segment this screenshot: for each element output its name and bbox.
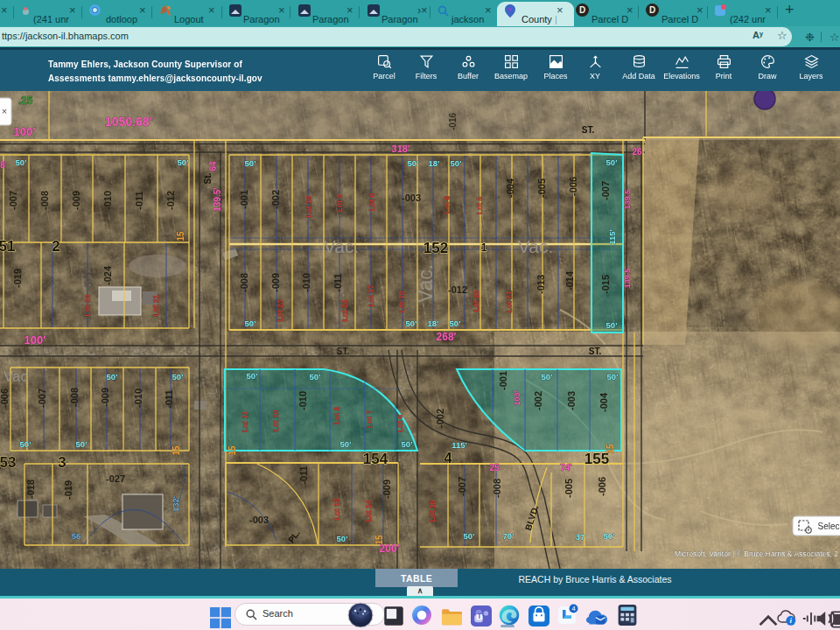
svg-text:4: 4 [444, 450, 452, 466]
svg-text:-008: -008 [69, 388, 80, 407]
svg-text:Microsoft, Vantor | © Bruce Ha: Microsoft, Vantor | © Bruce Harris & Ass… [675, 550, 838, 558]
svg-text:Lot 6: Lot 6 [396, 415, 404, 433]
svg-text:25: 25 [489, 463, 500, 472]
svg-text:1050.68': 1050.68' [105, 115, 152, 129]
svg-text:Lot 18: Lot 18 [397, 290, 406, 312]
svg-text:-006: -006 [597, 477, 607, 496]
svg-text:-006: -006 [568, 177, 578, 196]
svg-text:-014: -014 [564, 270, 575, 290]
svg-text:-018: -018 [25, 480, 36, 499]
svg-text:-010: -010 [298, 391, 308, 410]
svg-text:50': 50' [340, 439, 352, 449]
svg-text:70': 70' [503, 531, 514, 541]
svg-text:139.5: 139.5 [623, 269, 632, 289]
svg-text:Lot 6: Lot 6 [443, 196, 452, 214]
svg-text:50': 50' [406, 318, 417, 328]
svg-text:2: 2 [52, 238, 60, 255]
svg-text:Lot 9: Lot 9 [335, 194, 344, 213]
svg-text:103': 103' [513, 390, 522, 405]
svg-text:Vac.: Vac. [324, 236, 359, 256]
svg-text:-002: -002 [435, 409, 445, 428]
svg-text:100': 100' [24, 333, 46, 346]
svg-text:50': 50' [542, 372, 553, 382]
svg-text:-013: -013 [536, 275, 546, 294]
svg-text:-019: -019 [63, 480, 74, 500]
svg-text:Selec: Selec [817, 522, 839, 531]
svg-text:268': 268' [437, 331, 457, 343]
svg-text:53: 53 [0, 454, 16, 471]
svg-text:37: 37 [576, 532, 585, 542]
svg-text:50': 50' [464, 531, 475, 541]
svg-text:-008: -008 [239, 273, 249, 292]
svg-text:139.5': 139.5' [213, 187, 222, 211]
svg-text:50': 50' [172, 372, 184, 382]
svg-text:154: 154 [363, 451, 388, 467]
svg-text:Lot 10: Lot 10 [271, 410, 280, 431]
svg-text:-007: -007 [600, 181, 611, 200]
svg-text:-007: -007 [8, 191, 18, 210]
svg-text:115': 115' [452, 440, 467, 450]
svg-text:74': 74' [560, 463, 572, 472]
svg-text:-012: -012 [448, 284, 467, 295]
svg-text:50': 50' [107, 372, 118, 382]
svg-text:50': 50' [606, 320, 618, 330]
svg-text:Lot 16: Lot 16 [428, 500, 437, 522]
svg-text:ST.: ST. [582, 125, 595, 135]
svg-text:-024: -024 [102, 265, 113, 285]
svg-text:-002: -002 [533, 391, 543, 410]
svg-text:-009: -009 [382, 480, 392, 499]
svg-text:-010: -010 [133, 388, 144, 408]
svg-text:-001: -001 [498, 371, 508, 390]
svg-text:115': 115' [607, 229, 617, 245]
svg-text:1: 1 [481, 242, 487, 254]
svg-text:Lot 5: Lot 5 [475, 197, 484, 215]
svg-text:3: 3 [58, 454, 66, 471]
svg-text:50': 50' [450, 318, 461, 328]
svg-text:-007: -007 [457, 477, 467, 496]
svg-text:Lot 21: Lot 21 [505, 290, 514, 312]
svg-text:-007: -007 [37, 388, 47, 408]
svg-text:-016: -016 [448, 113, 458, 130]
svg-text:50': 50' [451, 158, 462, 168]
svg-text:18': 18' [428, 318, 439, 328]
svg-text:4: 4 [571, 605, 575, 612]
svg-text:ST.: ST. [337, 346, 350, 356]
svg-text:ST.: ST. [589, 346, 602, 356]
svg-text:Lot 23: Lot 23 [276, 299, 284, 321]
svg-text:-009: -009 [100, 388, 110, 407]
svg-text:Lot 24: Lot 24 [340, 299, 349, 321]
svg-text:Lot 8: Lot 8 [368, 193, 376, 212]
svg-text:50': 50' [247, 371, 258, 381]
svg-text:8: 8 [0, 160, 5, 170]
svg-text:-001: -001 [239, 190, 249, 209]
svg-text:50': 50' [606, 158, 618, 167]
svg-text:26: 26 [632, 147, 642, 157]
svg-text:50': 50' [337, 534, 348, 543]
svg-text:15: 15 [172, 445, 181, 456]
svg-text:-015: -015 [600, 275, 611, 294]
svg-text:-012: -012 [165, 191, 176, 210]
svg-text:-010: -010 [102, 191, 113, 210]
svg-text:-005: -005 [564, 479, 574, 498]
svg-text:15: 15 [374, 535, 384, 545]
svg-text:50': 50' [245, 318, 256, 328]
svg-text:50': 50' [310, 372, 321, 382]
svg-text:Vac.: Vac. [414, 264, 437, 303]
svg-text:Lot 19: Lot 19 [304, 195, 313, 217]
svg-text:Lot 14: Lot 14 [364, 500, 373, 522]
svg-text:56: 56 [72, 531, 81, 541]
svg-text:318': 318' [392, 144, 410, 154]
svg-text:50': 50' [408, 158, 419, 168]
svg-text:50': 50' [76, 439, 88, 449]
svg-text:-005: -005 [536, 178, 547, 198]
svg-text:50': 50' [607, 372, 619, 382]
svg-text:×: × [2, 106, 7, 116]
svg-text:-003: -003 [402, 192, 421, 203]
svg-text:18': 18' [429, 158, 440, 168]
svg-text:-008: -008 [492, 479, 502, 498]
svg-text:15: 15 [176, 231, 186, 242]
svg-text:Lot 17: Lot 17 [367, 284, 375, 306]
svg-text:-003: -003 [566, 391, 577, 410]
svg-text:-010: -010 [301, 273, 312, 292]
svg-text:50': 50' [20, 439, 32, 449]
